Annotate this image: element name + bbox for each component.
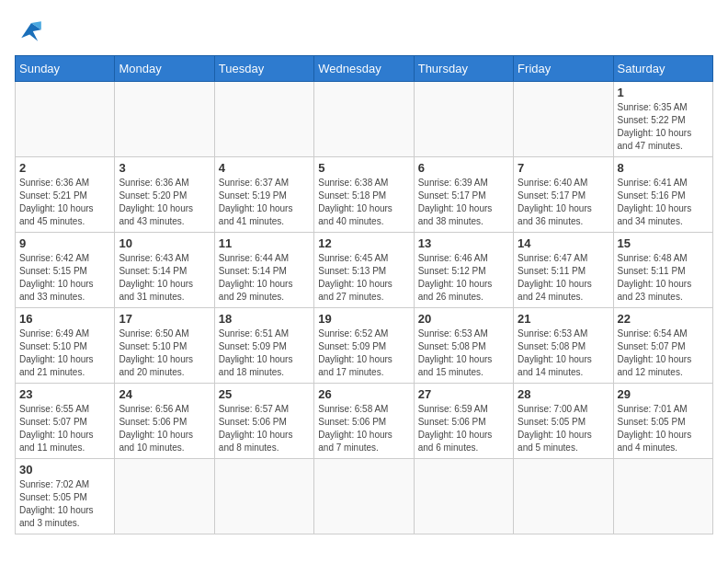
calendar-cell: 24Sunrise: 6:56 AM Sunset: 5:06 PM Dayli…: [115, 384, 214, 459]
weekday-header: Thursday: [414, 56, 513, 82]
day-number: 10: [119, 236, 210, 250]
day-number: 24: [119, 387, 210, 401]
calendar-cell: 22Sunrise: 6:54 AM Sunset: 5:07 PM Dayli…: [613, 308, 712, 384]
day-number: 15: [618, 236, 709, 250]
day-number: 30: [19, 463, 110, 477]
day-info: Sunrise: 6:55 AM Sunset: 5:07 PM Dayligh…: [19, 403, 110, 454]
day-number: 5: [318, 161, 409, 175]
calendar-header: SundayMondayTuesdayWednesdayThursdayFrid…: [16, 56, 713, 82]
day-info: Sunrise: 6:43 AM Sunset: 5:14 PM Dayligh…: [119, 252, 210, 304]
calendar-cell: 18Sunrise: 6:51 AM Sunset: 5:09 PM Dayli…: [214, 308, 313, 384]
weekday-header: Wednesday: [314, 56, 414, 82]
day-number: 12: [318, 236, 409, 250]
day-info: Sunrise: 6:53 AM Sunset: 5:08 PM Dayligh…: [418, 327, 509, 379]
day-number: 17: [119, 312, 210, 326]
calendar-cell: 30Sunrise: 7:02 AM Sunset: 5:05 PM Dayli…: [16, 459, 115, 534]
day-info: Sunrise: 6:54 AM Sunset: 5:07 PM Dayligh…: [618, 327, 709, 379]
day-number: 2: [19, 161, 110, 175]
day-number: 21: [518, 312, 609, 326]
calendar-cell: 7Sunrise: 6:40 AM Sunset: 5:17 PM Daylig…: [514, 157, 613, 233]
calendar-cell: [16, 82, 115, 157]
day-info: Sunrise: 6:57 AM Sunset: 5:06 PM Dayligh…: [219, 403, 310, 454]
calendar-cell: 17Sunrise: 6:50 AM Sunset: 5:10 PM Dayli…: [115, 308, 214, 384]
day-info: Sunrise: 6:40 AM Sunset: 5:17 PM Dayligh…: [518, 177, 609, 228]
day-info: Sunrise: 6:58 AM Sunset: 5:06 PM Dayligh…: [318, 403, 409, 454]
calendar-cell: 29Sunrise: 7:01 AM Sunset: 5:05 PM Dayli…: [613, 384, 712, 459]
calendar-cell: [115, 459, 214, 534]
calendar-week-row: 2Sunrise: 6:36 AM Sunset: 5:21 PM Daylig…: [16, 157, 713, 233]
day-info: Sunrise: 6:47 AM Sunset: 5:11 PM Dayligh…: [518, 252, 609, 304]
day-number: 18: [219, 312, 310, 326]
day-number: 28: [518, 387, 609, 401]
day-number: 27: [418, 387, 509, 401]
calendar-cell: 27Sunrise: 6:59 AM Sunset: 5:06 PM Dayli…: [414, 384, 513, 459]
logo-icon: [15, 15, 48, 48]
calendar-cell: 8Sunrise: 6:41 AM Sunset: 5:16 PM Daylig…: [613, 157, 712, 233]
calendar-cell: 28Sunrise: 7:00 AM Sunset: 5:05 PM Dayli…: [514, 384, 613, 459]
day-number: 11: [219, 236, 310, 250]
calendar-week-row: 16Sunrise: 6:49 AM Sunset: 5:10 PM Dayli…: [16, 308, 713, 384]
calendar-cell: [314, 82, 414, 157]
calendar-cell: [514, 459, 613, 534]
day-number: 14: [518, 236, 609, 250]
calendar-cell: 11Sunrise: 6:44 AM Sunset: 5:14 PM Dayli…: [214, 233, 313, 308]
calendar-cell: 5Sunrise: 6:38 AM Sunset: 5:18 PM Daylig…: [314, 157, 414, 233]
day-number: 29: [618, 387, 709, 401]
calendar-cell: 12Sunrise: 6:45 AM Sunset: 5:13 PM Dayli…: [314, 233, 414, 308]
day-number: 16: [19, 312, 110, 326]
day-info: Sunrise: 6:36 AM Sunset: 5:20 PM Dayligh…: [119, 177, 210, 228]
day-info: Sunrise: 7:00 AM Sunset: 5:05 PM Dayligh…: [518, 403, 609, 454]
logo: [15, 15, 51, 48]
day-number: 6: [418, 161, 509, 175]
calendar-cell: 1Sunrise: 6:35 AM Sunset: 5:22 PM Daylig…: [613, 82, 712, 157]
day-number: 26: [318, 387, 409, 401]
weekday-header: Sunday: [16, 56, 115, 82]
calendar-cell: 21Sunrise: 6:53 AM Sunset: 5:08 PM Dayli…: [514, 308, 613, 384]
day-info: Sunrise: 6:39 AM Sunset: 5:17 PM Dayligh…: [418, 177, 509, 228]
day-info: Sunrise: 6:44 AM Sunset: 5:14 PM Dayligh…: [219, 252, 310, 304]
day-number: 3: [119, 161, 210, 175]
calendar-cell: [314, 459, 414, 534]
calendar-cell: [514, 82, 613, 157]
day-info: Sunrise: 7:01 AM Sunset: 5:05 PM Dayligh…: [618, 403, 709, 454]
day-info: Sunrise: 7:02 AM Sunset: 5:05 PM Dayligh…: [19, 478, 110, 530]
weekday-header: Saturday: [613, 56, 712, 82]
day-number: 25: [219, 387, 310, 401]
page-header: [15, 15, 713, 48]
day-number: 19: [318, 312, 409, 326]
day-info: Sunrise: 6:49 AM Sunset: 5:10 PM Dayligh…: [19, 327, 110, 379]
calendar-cell: 25Sunrise: 6:57 AM Sunset: 5:06 PM Dayli…: [214, 384, 313, 459]
day-number: 1: [618, 86, 709, 99]
day-number: 8: [618, 161, 709, 175]
day-number: 9: [19, 236, 110, 250]
calendar-cell: [214, 82, 313, 157]
day-info: Sunrise: 6:37 AM Sunset: 5:19 PM Dayligh…: [219, 177, 310, 228]
calendar-week-row: 1Sunrise: 6:35 AM Sunset: 5:22 PM Daylig…: [16, 82, 713, 157]
weekday-header: Tuesday: [214, 56, 313, 82]
calendar-cell: [214, 459, 313, 534]
calendar-cell: [115, 82, 214, 157]
calendar-cell: 2Sunrise: 6:36 AM Sunset: 5:21 PM Daylig…: [16, 157, 115, 233]
calendar-cell: 9Sunrise: 6:42 AM Sunset: 5:15 PM Daylig…: [16, 233, 115, 308]
day-number: 22: [618, 312, 709, 326]
calendar-cell: 6Sunrise: 6:39 AM Sunset: 5:17 PM Daylig…: [414, 157, 513, 233]
weekday-header: Friday: [514, 56, 613, 82]
day-info: Sunrise: 6:46 AM Sunset: 5:12 PM Dayligh…: [418, 252, 509, 304]
day-number: 23: [19, 387, 110, 401]
calendar-cell: 4Sunrise: 6:37 AM Sunset: 5:19 PM Daylig…: [214, 157, 313, 233]
calendar-body: 1Sunrise: 6:35 AM Sunset: 5:22 PM Daylig…: [16, 82, 713, 534]
day-number: 13: [418, 236, 509, 250]
day-info: Sunrise: 6:50 AM Sunset: 5:10 PM Dayligh…: [119, 327, 210, 379]
calendar-cell: 26Sunrise: 6:58 AM Sunset: 5:06 PM Dayli…: [314, 384, 414, 459]
calendar-cell: 20Sunrise: 6:53 AM Sunset: 5:08 PM Dayli…: [414, 308, 513, 384]
day-info: Sunrise: 6:38 AM Sunset: 5:18 PM Dayligh…: [318, 177, 409, 228]
calendar-cell: 23Sunrise: 6:55 AM Sunset: 5:07 PM Dayli…: [16, 384, 115, 459]
day-info: Sunrise: 6:53 AM Sunset: 5:08 PM Dayligh…: [518, 327, 609, 379]
calendar-week-row: 30Sunrise: 7:02 AM Sunset: 5:05 PM Dayli…: [16, 459, 713, 534]
day-info: Sunrise: 6:56 AM Sunset: 5:06 PM Dayligh…: [119, 403, 210, 454]
day-info: Sunrise: 6:52 AM Sunset: 5:09 PM Dayligh…: [318, 327, 409, 379]
day-info: Sunrise: 6:41 AM Sunset: 5:16 PM Dayligh…: [618, 177, 709, 228]
day-info: Sunrise: 6:36 AM Sunset: 5:21 PM Dayligh…: [19, 177, 110, 228]
calendar-cell: 10Sunrise: 6:43 AM Sunset: 5:14 PM Dayli…: [115, 233, 214, 308]
calendar-cell: 15Sunrise: 6:48 AM Sunset: 5:11 PM Dayli…: [613, 233, 712, 308]
